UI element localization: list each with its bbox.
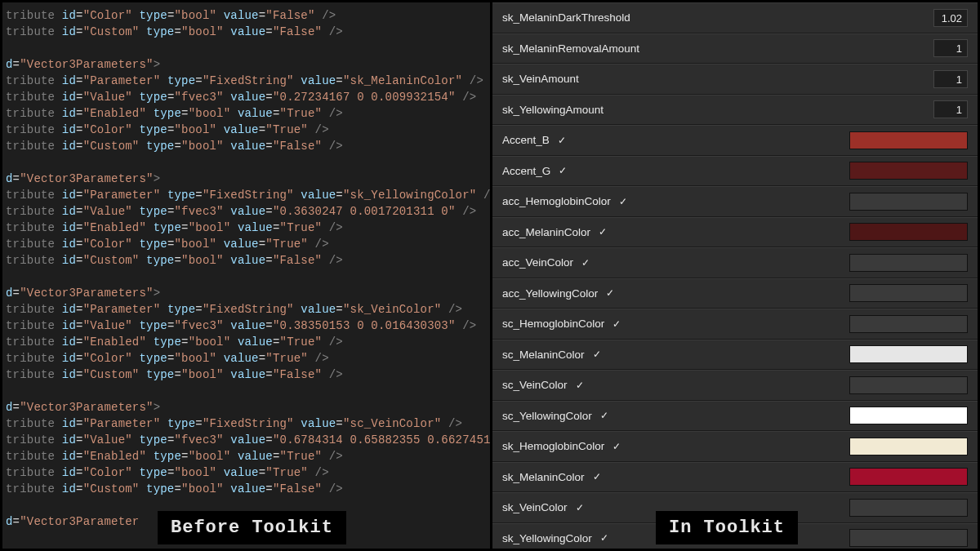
param-label: sk_MelaninDarkThreshold: [502, 11, 630, 24]
caption-in-toolkit: In Toolkit: [656, 511, 798, 544]
param-label: acc_MelaninColor: [502, 226, 590, 238]
code-line: tribute id="Value" type="fvec3" value="0…: [6, 318, 490, 334]
numeric-input[interactable]: 1.02: [933, 9, 968, 27]
param-row-sk_VeinAmount[interactable]: sk_VeinAmount1: [492, 64, 978, 95]
code-line: tribute id="Color" type="bool" value="Tr…: [6, 122, 490, 138]
color-swatch[interactable]: [849, 438, 968, 455]
code-block-header: d="Vector3Parameters">: [6, 171, 490, 187]
checkbox-icon[interactable]: ✓: [591, 349, 603, 360]
param-label: acc_VeinColor: [502, 256, 573, 269]
param-row-sk_MelaninColor[interactable]: sk_MelaninColor✓: [492, 462, 978, 493]
code-line: tribute id="Color" type="bool" value="Tr…: [6, 464, 490, 481]
color-swatch[interactable]: [849, 499, 968, 517]
checkbox-icon[interactable]: ✓: [617, 196, 629, 207]
param-label: acc_HemoglobinColor: [502, 195, 611, 207]
color-swatch[interactable]: [849, 345, 968, 363]
param-row-sc_YellowingColor[interactable]: sc_YellowingColor✓: [492, 401, 978, 432]
code-line: tribute id="Enabled" type="bool" value="…: [6, 105, 490, 122]
param-row-sk_MelaninDarkThreshold[interactable]: sk_MelaninDarkThreshold1.02: [492, 2, 978, 33]
param-label: sc_MelaninColor: [502, 349, 585, 361]
code-line: tribute id="Value" type="fvec3" value="0…: [6, 203, 490, 220]
checkbox-icon[interactable]: ✓: [557, 165, 568, 176]
code-line: tribute id="Parameter" type="FixedString…: [6, 415, 490, 432]
param-row-sc_VeinColor[interactable]: sc_VeinColor✓: [492, 370, 978, 401]
numeric-input[interactable]: 1: [933, 100, 968, 118]
param-label: sc_YellowingColor: [502, 410, 592, 422]
param-row-sk_YellowingAmount[interactable]: sk_YellowingAmount1: [492, 95, 978, 126]
code-line: tribute id="Enabled" type="bool" value="…: [6, 334, 490, 350]
color-swatch[interactable]: [849, 254, 968, 272]
param-row-Accent_B[interactable]: Accent_B✓: [492, 125, 978, 156]
code-line: tribute id="Custom" type="bool" value="F…: [6, 24, 490, 40]
code-line: tribute id="Custom" type="bool" value="F…: [6, 481, 490, 497]
checkbox-icon[interactable]: ✓: [611, 441, 622, 452]
color-swatch[interactable]: [849, 315, 968, 333]
param-row-acc_MelaninColor[interactable]: acc_MelaninColor✓: [492, 217, 978, 248]
code-line: tribute id="Color" type="bool" value="Tr…: [6, 350, 490, 367]
color-swatch[interactable]: [849, 529, 968, 547]
numeric-input[interactable]: 1: [933, 39, 968, 57]
param-label: sk_MelaninRemovalAmount: [502, 42, 639, 55]
param-row-acc_YellowingColor[interactable]: acc_YellowingColor✓: [492, 278, 978, 309]
checkbox-icon[interactable]: ✓: [580, 257, 591, 269]
code-line: tribute id="Parameter" type="FixedString…: [6, 73, 490, 89]
code-line: tribute id="Custom" type="bool" value="F…: [6, 138, 490, 154]
checkbox-icon[interactable]: ✓: [604, 287, 616, 299]
param-row-sk_HemoglobinColor[interactable]: sk_HemoglobinColor✓: [492, 431, 978, 462]
param-label: sk_YellowingAmount: [502, 104, 604, 116]
code-line: tribute id="Enabled" type="bool" value="…: [6, 448, 490, 464]
checkbox-icon[interactable]: ✓: [574, 380, 586, 391]
color-swatch[interactable]: [849, 468, 968, 486]
checkbox-icon[interactable]: ✓: [591, 471, 603, 482]
code-block-header: d="Vector3Parameters">: [6, 285, 490, 301]
param-label: sk_VeinAmount: [502, 73, 579, 85]
code-line: tribute id="Color" type="bool" value="Tr…: [6, 236, 490, 252]
param-label: sk_VeinColor: [502, 501, 568, 513]
checkbox-icon[interactable]: ✓: [574, 502, 586, 513]
color-swatch[interactable]: [849, 193, 968, 211]
param-row-acc_VeinColor[interactable]: acc_VeinColor✓: [492, 247, 978, 278]
param-row-sc_MelaninColor[interactable]: sc_MelaninColor✓: [492, 340, 978, 371]
color-swatch[interactable]: [849, 162, 968, 180]
parameter-list: sk_MelaninDarkThreshold1.02sk_MelaninRem…: [492, 2, 978, 549]
color-swatch[interactable]: [849, 223, 968, 241]
checkbox-icon[interactable]: ✓: [599, 410, 610, 421]
param-label: sk_YellowingColor: [502, 532, 592, 544]
code-line: tribute id="Parameter" type="FixedString…: [6, 187, 490, 203]
param-row-acc_HemoglobinColor[interactable]: acc_HemoglobinColor✓: [492, 186, 978, 217]
code-line: tribute id="Value" type="fvec3" value="0…: [6, 432, 490, 448]
code-line: tribute id="Custom" type="bool" value="F…: [6, 367, 490, 383]
color-swatch[interactable]: [849, 407, 968, 424]
color-swatch[interactable]: [849, 131, 968, 149]
code-line: tribute id="Color" type="bool" value="Fa…: [6, 7, 490, 24]
code-listing: tribute id="Color" type="bool" value="Fa…: [6, 7, 490, 530]
param-label: sk_HemoglobinColor: [502, 440, 604, 452]
param-row-Accent_G[interactable]: Accent_G✓: [492, 156, 978, 187]
checkbox-icon[interactable]: ✓: [597, 226, 608, 238]
param-label: sk_MelaninColor: [502, 471, 585, 483]
checkbox-icon[interactable]: ✓: [556, 135, 568, 146]
param-label: acc_YellowingColor: [502, 287, 598, 300]
code-line: tribute id="Enabled" type="bool" value="…: [6, 220, 490, 236]
param-row-sc_HemoglobinColor[interactable]: sc_HemoglobinColor✓: [492, 309, 978, 340]
code-line: tribute id="Value" type="fvec3" value="0…: [6, 89, 490, 105]
param-label: sc_VeinColor: [502, 379, 568, 391]
param-row-sk_MelaninRemovalAmount[interactable]: sk_MelaninRemovalAmount1: [492, 33, 978, 64]
xml-code-pane: tribute id="Color" type="bool" value="Fa…: [2, 2, 490, 549]
param-label: Accent_G: [502, 165, 550, 177]
code-line: tribute id="Parameter" type="FixedString…: [6, 301, 490, 318]
code-line: tribute id="Custom" type="bool" value="F…: [6, 252, 490, 269]
code-block-header: d="Vector3Parameters">: [6, 56, 490, 73]
caption-before: Before Toolkit: [158, 511, 346, 544]
param-label: sc_HemoglobinColor: [502, 318, 604, 330]
color-swatch[interactable]: [849, 376, 968, 394]
checkbox-icon[interactable]: ✓: [599, 532, 610, 544]
checkbox-icon[interactable]: ✓: [611, 318, 622, 330]
code-block-header: d="Vector3Parameters">: [6, 399, 490, 415]
toolkit-pane: sk_MelaninDarkThreshold1.02sk_MelaninRem…: [490, 2, 978, 549]
param-label: Accent_B: [502, 134, 550, 146]
color-swatch[interactable]: [849, 284, 968, 302]
numeric-input[interactable]: 1: [933, 70, 968, 88]
